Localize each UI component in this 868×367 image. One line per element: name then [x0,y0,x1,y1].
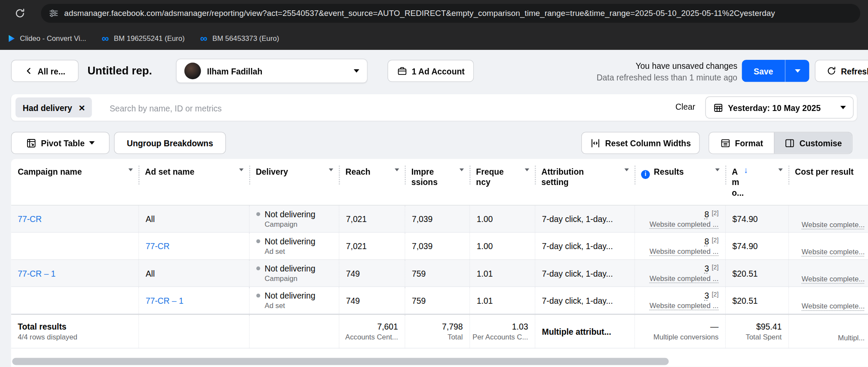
site-settings-icon[interactable] [49,8,58,18]
info-icon[interactable] [641,170,650,179]
bookmark-bm-56453373[interactable]: BM 56453373 (Euro) [199,34,279,43]
column-header-amount-spent[interactable]: A m o... [725,159,788,205]
column-header-cost-per-result[interactable]: Cost per result [788,159,868,205]
campaign-link[interactable]: 77-CR [18,214,132,224]
column-header-impressions[interactable]: Impre ssions [405,159,469,205]
column-header-attribution-setting[interactable]: Attribution setting [535,159,635,205]
date-range-picker[interactable]: Yesterday: 10 May 2025 [705,96,853,119]
reset-column-widths-button[interactable]: Reset Column Widths [581,132,700,154]
cost-per-result-cell: Website complete... [788,287,868,314]
meta-favicon-icon [199,34,209,43]
column-header-frequency[interactable]: Freque ncy [469,159,535,205]
format-customise-group: Format Customise [709,132,853,154]
column-header-campaign-name[interactable]: Campaign name [11,159,138,205]
refresh-button[interactable]: Refresh [815,60,868,82]
clear-filters-link[interactable]: Clear [675,102,695,111]
campaign-name-cell[interactable]: 77-CR [11,206,138,232]
bookmarks-bar: Clideo - Convert Vi... BM 196255241 (Eur… [0,27,868,50]
chevron-down-icon[interactable] [715,168,720,171]
chevron-left-icon [25,67,34,76]
totals-title-cell: Total results 4/4 rows displayed [11,315,138,348]
customise-button[interactable]: Customise [774,133,852,154]
reach-cell: 7,021 [339,206,405,232]
totals-impressions-cell: 7,798 Total [405,315,469,348]
adset-name-cell[interactable]: 77-CR – 1 [138,287,249,314]
horizontal-scrollbar[interactable] [12,358,669,365]
pivot-table-icon [26,138,37,148]
adset-name-cell[interactable]: 77-CR [138,233,249,259]
pivot-table-dropdown[interactable]: Pivot Table [11,132,110,154]
column-header-delivery[interactable]: Delivery [249,159,339,205]
delivery-level: Ad set [264,301,332,309]
table-header: Campaign name Ad set name Delivery Reach… [11,159,868,206]
column-header-ad-set-name[interactable]: Ad set name [138,159,249,205]
meta-favicon-icon [101,34,110,43]
table-row[interactable]: 77-CR – 1 All Not delivering Campaign 74… [11,260,868,287]
totals-empty-cell [249,315,339,348]
filter-bar: Had delivery Clear Yesterday: 10 May 202… [11,94,857,121]
filter-chip-had-delivery[interactable]: Had delivery [15,98,92,117]
column-header-reach[interactable]: Reach [339,159,405,205]
amount-spent-cell: $20.51 [725,287,788,314]
impressions-cell: 759 [405,260,469,287]
impressions-cell: 759 [405,287,469,314]
reach-cell: 749 [339,260,405,287]
column-header-results[interactable]: Results [635,159,725,205]
reset-column-widths-icon [590,138,601,148]
url-text: adsmanager.facebook.com/adsmanager/repor… [64,9,775,18]
bookmark-label: BM 56453373 (Euro) [212,34,279,42]
campaign-link[interactable]: 77-CR – 1 [18,268,132,278]
adset-link[interactable]: 77-CR [146,241,242,251]
refresh-icon [827,66,837,76]
search-input[interactable] [108,94,576,122]
results-cell: 8[2] Website completed ... [635,206,725,232]
chevron-down-icon[interactable] [460,168,464,171]
delivery-level: Ad set [264,247,332,255]
table-row[interactable]: 77-CR – 1 Not delivering Ad set 749 759 … [11,287,868,314]
account-selector[interactable]: Ilham Fadillah [176,59,368,83]
table-row[interactable]: 77-CR Not delivering Ad set 7,021 7,039 … [11,233,868,260]
reach-cell: 7,021 [339,233,405,259]
date-range-label: Yesterday: 10 May 2025 [728,103,836,112]
totals-frequency-cell: 1.03 Per Accounts C... [469,315,535,348]
browser-chrome: adsmanager.facebook.com/adsmanager/repor… [0,0,868,50]
chevron-down-icon[interactable] [129,168,133,171]
close-icon[interactable] [79,102,85,113]
adset-link[interactable]: 77-CR – 1 [146,296,242,305]
back-button[interactable]: All re... [11,60,79,82]
account-name: Ilham Fadillah [207,66,354,76]
chevron-down-icon[interactable] [239,168,243,171]
filter-chip-label: Had delivery [23,103,72,112]
frequency-cell: 1.01 [469,260,535,287]
attribution-cell: 7-day click, 1-day... [535,233,635,259]
report-table: Campaign name Ad set name Delivery Reach… [11,159,868,367]
ungroup-breakdowns-button[interactable]: Ungroup Breakdowns [114,132,226,154]
save-button[interactable]: Save [742,60,785,82]
ad-account-label: 1 Ad Account [412,66,465,76]
delivery-cell: Not delivering Ad set [249,287,339,314]
format-button[interactable]: Format [709,133,774,154]
sort-descending-icon[interactable] [744,165,748,175]
bookmark-clideo[interactable]: Clideo - Convert Vi... [6,34,86,43]
chevron-down-icon[interactable] [778,168,782,171]
chevron-down-icon[interactable] [395,168,399,171]
attribution-cell: 7-day click, 1-day... [535,260,635,287]
data-refreshed-text: Data refreshed less than 1 minute ago [597,71,737,83]
table-row[interactable]: 77-CR All Not delivering Campaign 7,021 … [11,206,868,233]
browser-reload-icon[interactable] [14,8,25,19]
adset-name-cell: All [138,206,249,232]
bookmark-bm-196255241[interactable]: BM 196255241 (Euro) [101,34,185,43]
ungroup-breakdowns-label: Ungroup Breakdowns [127,138,213,148]
address-bar[interactable]: adsmanager.facebook.com/adsmanager/repor… [41,4,860,23]
save-dropdown-button[interactable] [785,60,810,82]
chevron-down-icon[interactable] [525,168,529,171]
chevron-down-icon[interactable] [624,168,629,171]
calendar-icon [713,102,723,113]
totals-amount-spent-cell: $95.41 Total Spent [725,315,788,348]
ad-account-button[interactable]: 1 Ad Account [387,60,474,82]
chevron-down-icon[interactable] [329,168,333,171]
totals-attribution-cell: Multiple attribut... [535,315,635,348]
campaign-name-cell[interactable]: 77-CR – 1 [11,260,138,287]
delivery-status-dot [256,212,260,216]
save-status: You have unsaved changes Data refreshed … [597,60,737,83]
